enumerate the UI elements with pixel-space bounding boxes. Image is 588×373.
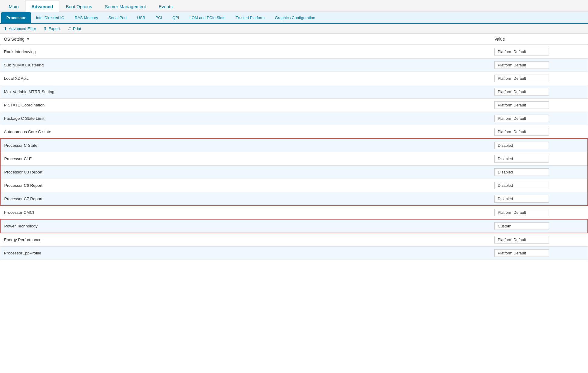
sub-nav-tab-usb[interactable]: USB bbox=[132, 12, 151, 23]
toolbar: ⬆ Advanced Filter ⬆ Export 🖨 Print bbox=[0, 24, 588, 34]
value-display: Platform Default bbox=[494, 115, 549, 122]
print-label: Print bbox=[73, 26, 81, 31]
setting-cell: Energy Performance bbox=[0, 233, 491, 247]
value-display: Disabled bbox=[494, 195, 549, 203]
sub-nav-tab-trusted-platform[interactable]: Trusted Platform bbox=[231, 12, 270, 23]
value-display: Disabled bbox=[494, 142, 549, 149]
value-cell[interactable]: Platform Default bbox=[491, 112, 588, 125]
setting-cell: Processor C7 Report bbox=[0, 192, 491, 206]
value-display: Custom bbox=[494, 222, 549, 230]
setting-cell: P STATE Coordination bbox=[0, 99, 491, 112]
table-row[interactable]: Processor C3 ReportDisabled bbox=[0, 166, 588, 179]
settings-table: OS Setting ▼ Value Rank InterleavingPlat… bbox=[0, 34, 588, 260]
value-cell[interactable]: Custom bbox=[491, 219, 588, 233]
setting-cell: Autonomous Core C-state bbox=[0, 125, 491, 139]
value-display: Disabled bbox=[494, 155, 549, 163]
setting-cell: Package C State Limit bbox=[0, 112, 491, 125]
value-cell[interactable]: Disabled bbox=[491, 166, 588, 179]
setting-cell: Processor C3 Report bbox=[0, 166, 491, 179]
sub-nav-tab-serial-port[interactable]: Serial Port bbox=[103, 12, 132, 23]
sub-nav-tab-qpi[interactable]: QPI bbox=[167, 12, 184, 23]
print-icon: 🖨 bbox=[67, 26, 71, 31]
value-cell[interactable]: Platform Default bbox=[491, 45, 588, 59]
value-cell[interactable]: Disabled bbox=[491, 139, 588, 152]
table-container: OS Setting ▼ Value Rank InterleavingPlat… bbox=[0, 34, 588, 260]
value-cell[interactable]: Platform Default bbox=[491, 59, 588, 72]
top-nav-tab-events[interactable]: Events bbox=[152, 1, 179, 12]
advanced-filter-label: Advanced Filter bbox=[9, 26, 36, 31]
filter-icon: ⬆ bbox=[4, 26, 7, 31]
table-row[interactable]: Package C State LimitPlatform Default bbox=[0, 112, 588, 125]
main-content: OS Setting ▼ Value Rank InterleavingPlat… bbox=[0, 34, 588, 260]
table-row[interactable]: Processor C1EDisabled bbox=[0, 152, 588, 166]
setting-cell: Sub NUMA Clustering bbox=[0, 59, 491, 72]
value-display: Platform Default bbox=[494, 128, 549, 136]
value-display: Platform Default bbox=[494, 61, 549, 69]
top-nav-tab-server-management[interactable]: Server Management bbox=[98, 1, 152, 12]
export-label: Export bbox=[48, 26, 60, 31]
value-cell[interactable]: Platform Default bbox=[491, 72, 588, 85]
setting-cell: Power Technology bbox=[0, 219, 491, 233]
value-display: Disabled bbox=[494, 182, 549, 189]
table-row[interactable]: Rank InterleavingPlatform Default bbox=[0, 45, 588, 59]
value-cell[interactable]: Disabled bbox=[491, 192, 588, 206]
setting-cell: Local X2 Apic bbox=[0, 72, 491, 85]
table-row[interactable]: Processor CMCIPlatform Default bbox=[0, 206, 588, 219]
print-button[interactable]: 🖨 Print bbox=[67, 26, 81, 31]
sub-nav-tab-processor[interactable]: Processor bbox=[1, 12, 31, 23]
setting-column-header: OS Setting ▼ bbox=[0, 34, 491, 45]
app-container: MainAdvancedBoot OptionsServer Managemen… bbox=[0, 0, 588, 260]
setting-cell: Rank Interleaving bbox=[0, 45, 491, 59]
top-nav: MainAdvancedBoot OptionsServer Managemen… bbox=[0, 0, 588, 12]
value-display: Platform Default bbox=[494, 236, 549, 244]
setting-cell: Processor C1E bbox=[0, 152, 491, 166]
setting-cell: ProcessorEppProfile bbox=[0, 247, 491, 260]
value-cell[interactable]: Platform Default bbox=[491, 125, 588, 139]
top-nav-tab-advanced[interactable]: Advanced bbox=[25, 1, 60, 12]
table-row[interactable]: Local X2 ApicPlatform Default bbox=[0, 72, 588, 85]
export-icon: ⬆ bbox=[43, 26, 47, 31]
table-row[interactable]: Autonomous Core C-statePlatform Default bbox=[0, 125, 588, 139]
table-row[interactable]: Processor C StateDisabled bbox=[0, 139, 588, 152]
table-row[interactable]: ProcessorEppProfilePlatform Default bbox=[0, 247, 588, 260]
value-cell[interactable]: Platform Default bbox=[491, 99, 588, 112]
table-row[interactable]: Power TechnologyCustom bbox=[0, 219, 588, 233]
value-display: Platform Default bbox=[494, 209, 549, 216]
advanced-filter-button[interactable]: ⬆ Advanced Filter bbox=[4, 26, 36, 31]
sub-nav-tab-pci[interactable]: PCI bbox=[150, 12, 167, 23]
top-nav-tab-main[interactable]: Main bbox=[2, 1, 25, 12]
value-cell[interactable]: Platform Default bbox=[491, 206, 588, 219]
sub-nav: ProcessorIntel Directed IORAS MemorySeri… bbox=[0, 12, 588, 24]
value-display: Disabled bbox=[494, 168, 549, 176]
sub-nav-tab-lom-and-pcie-slots[interactable]: LOM and PCIe Slots bbox=[184, 12, 231, 23]
value-display: Platform Default bbox=[494, 88, 549, 96]
table-row[interactable]: Processor C6 ReportDisabled bbox=[0, 179, 588, 192]
value-cell[interactable]: Disabled bbox=[491, 179, 588, 192]
setting-cell: Processor CMCI bbox=[0, 206, 491, 219]
value-display: Platform Default bbox=[494, 249, 549, 257]
value-display: Platform Default bbox=[494, 48, 549, 55]
value-cell[interactable]: Disabled bbox=[491, 152, 588, 166]
value-column-header: Value bbox=[491, 34, 588, 45]
table-row[interactable]: Max Variable MTRR SettingPlatform Defaul… bbox=[0, 85, 588, 99]
table-row[interactable]: P STATE CoordinationPlatform Default bbox=[0, 99, 588, 112]
top-nav-tab-boot-options[interactable]: Boot Options bbox=[59, 1, 98, 12]
table-row[interactable]: Processor C7 ReportDisabled bbox=[0, 192, 588, 206]
setting-cell: Max Variable MTRR Setting bbox=[0, 85, 491, 99]
table-row[interactable]: Energy PerformancePlatform Default bbox=[0, 233, 588, 247]
value-cell[interactable]: Platform Default bbox=[491, 247, 588, 260]
sub-nav-tab-intel-directed-io[interactable]: Intel Directed IO bbox=[31, 12, 70, 23]
setting-cell: Processor C State bbox=[0, 139, 491, 152]
sort-icon[interactable]: ▼ bbox=[26, 37, 30, 41]
sub-nav-tab-graphics-configuration[interactable]: Graphics Configuration bbox=[270, 12, 320, 23]
export-button[interactable]: ⬆ Export bbox=[43, 26, 60, 31]
value-display: Platform Default bbox=[494, 101, 549, 109]
sub-nav-tab-ras-memory[interactable]: RAS Memory bbox=[70, 12, 103, 23]
table-row[interactable]: Sub NUMA ClusteringPlatform Default bbox=[0, 59, 588, 72]
value-display: Platform Default bbox=[494, 75, 549, 82]
value-cell[interactable]: Platform Default bbox=[491, 233, 588, 247]
value-cell[interactable]: Platform Default bbox=[491, 85, 588, 99]
setting-cell: Processor C6 Report bbox=[0, 179, 491, 192]
